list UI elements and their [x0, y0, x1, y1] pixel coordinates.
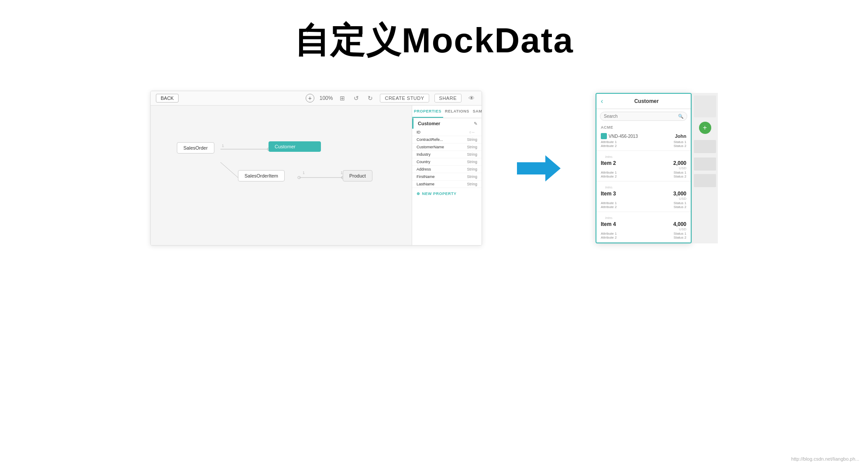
- item-currency: USD: [673, 227, 686, 231]
- item-title: Item 4: [601, 221, 616, 227]
- new-property-label: NEW PROPERTY: [422, 191, 457, 196]
- prop-name: ContractRefe...: [417, 137, 467, 142]
- attr2-label: Attribute 2: [601, 236, 617, 239]
- diagram-area[interactable]: 1 1 1 SalesOrder Customer SalesOrderItem…: [151, 106, 412, 245]
- edit-icon[interactable]: ✎: [474, 121, 477, 126]
- status2: Status 2: [674, 205, 686, 209]
- id-icon: [601, 133, 607, 139]
- attr1-label: Attribute 1: [601, 232, 617, 236]
- prop-name: CustomerName: [417, 145, 467, 149]
- prop-type: String: [467, 160, 477, 164]
- properties-content: Customer ✎ ID ○← ContractRefe... String …: [412, 118, 482, 245]
- redo-icon[interactable]: ↻: [366, 94, 375, 103]
- intro-label: Intro.: [601, 154, 686, 160]
- attr-statuses: Status 1 Status 2: [674, 171, 686, 178]
- tab-samples[interactable]: SAMPLES: [471, 106, 482, 118]
- share-button[interactable]: SHARE: [434, 94, 462, 103]
- item-currency: USD: [673, 166, 686, 170]
- undo-icon[interactable]: ↺: [352, 94, 361, 103]
- intro-label: Intro.: [601, 184, 686, 191]
- item-price: 4,000: [673, 221, 686, 227]
- selected-entity-name: Customer: [418, 121, 440, 126]
- prop-name: FirstName: [417, 174, 467, 179]
- attr1-label: Attribute 1: [601, 171, 617, 174]
- mobile-top-item[interactable]: VND-456-2013 John Attribute 1 Attribute …: [596, 130, 691, 151]
- item-name: John: [675, 133, 686, 139]
- prop-type: String: [467, 182, 477, 186]
- prop-row-id: ID ○←: [412, 129, 482, 136]
- item-attrs: Attribute 1 Attribute 2 Status 1 Status …: [601, 232, 686, 239]
- designer-toolbar: BACK + 100% ⊞ ↺ ↻ CREATE STUDY SHARE 👁: [151, 91, 482, 106]
- plus-icon: ⊕: [417, 191, 420, 196]
- svg-line-1: [220, 162, 238, 178]
- properties-tabs: PROPERTIES RELATIONS SAMPLES: [412, 106, 482, 118]
- mobile-item-2[interactable]: Intro. Item 2 2,000 USD Attribute 1 Attr…: [596, 151, 691, 181]
- properties-panel: PROPERTIES RELATIONS SAMPLES Customer ✎ …: [412, 106, 482, 245]
- new-property-button[interactable]: ⊕ NEW PROPERTY: [412, 188, 482, 199]
- prop-row-address: Address String: [412, 166, 482, 173]
- prop-row-lastname: LastName String: [412, 181, 482, 188]
- tab-properties[interactable]: PROPERTIES: [412, 106, 443, 118]
- mobile-header: ‹ Customer: [596, 94, 691, 109]
- mobile-item-3[interactable]: Intro. Item 3 3,000 USD Attribute 1 Attr…: [596, 181, 691, 212]
- page-title: 自定义MockData: [0, 0, 868, 91]
- entity-customer[interactable]: Customer: [269, 141, 321, 152]
- mobile-panel: ‹ Customer 🔍 ACME VND-456-2013 John: [596, 93, 692, 243]
- prop-name: ID: [417, 130, 469, 134]
- prop-row-customername: CustomerName String: [412, 144, 482, 151]
- entity-label: SalesOrder: [183, 145, 208, 150]
- prop-type: String: [467, 152, 477, 157]
- entity-label: SalesOrderItem: [245, 173, 278, 178]
- entity-sales-order-item[interactable]: SalesOrderItem: [238, 170, 285, 181]
- prop-row-firstname: FirstName String: [412, 173, 482, 181]
- svg-point-4: [298, 176, 300, 179]
- designer-body: 1 1 1 SalesOrder Customer SalesOrderItem…: [151, 106, 482, 245]
- search-icon: 🔍: [678, 114, 683, 119]
- status2: Status 2: [674, 174, 686, 178]
- status2: Status 2: [674, 236, 686, 239]
- mobile-back-button[interactable]: ‹: [601, 97, 603, 105]
- prop-row-industry: Industry String: [412, 151, 482, 158]
- entity-sales-order[interactable]: SalesOrder: [177, 142, 214, 154]
- attr-statuses: Status 1 Status 2: [674, 201, 686, 209]
- eye-icon[interactable]: 👁: [467, 94, 476, 103]
- entity-label: Product: [349, 173, 366, 178]
- item-price: 3,000: [673, 191, 686, 197]
- item-id: VND-456-2013: [601, 133, 638, 139]
- prop-name: Country: [417, 160, 467, 164]
- entity-product[interactable]: Product: [343, 170, 372, 181]
- prop-type: String: [467, 137, 477, 142]
- create-study-button[interactable]: CREATE STUDY: [380, 94, 429, 103]
- tab-relations[interactable]: RELATIONS: [443, 106, 471, 118]
- item-title: Item 3: [601, 191, 616, 197]
- svg-text:1: 1: [303, 171, 305, 175]
- designer-panel: BACK + 100% ⊞ ↺ ↻ CREATE STUDY SHARE 👁: [150, 91, 482, 246]
- prop-row-country: Country String: [412, 158, 482, 166]
- section-label: ACME: [596, 123, 691, 130]
- watermark: http://blog.csdn.net/liangbo.ph...: [791, 456, 859, 462]
- back-button[interactable]: BACK: [156, 94, 179, 103]
- status1: Status 1: [674, 232, 686, 236]
- attr-statuses: Status 1 Status 2: [674, 140, 686, 148]
- action-button[interactable]: +: [699, 122, 711, 134]
- entity-label: Customer: [275, 144, 296, 149]
- prop-name: Industry: [417, 152, 467, 157]
- attr1-label: Attribute 1: [601, 201, 617, 205]
- status1: Status 1: [674, 201, 686, 205]
- item-attrs: Attribute 1 Attribute 2 Status 1 Status …: [601, 201, 686, 209]
- item-id-text: VND-456-2013: [609, 134, 638, 139]
- direction-arrow: [508, 155, 569, 181]
- status1: Status 1: [674, 171, 686, 174]
- zoom-level: 100%: [320, 95, 333, 101]
- prop-type: String: [467, 174, 477, 179]
- mobile-right-sidebar: +: [692, 93, 718, 243]
- layout-icon[interactable]: ⊞: [338, 94, 347, 103]
- prop-name: LastName: [417, 182, 467, 186]
- prop-row-contractref: ContractRefe... String: [412, 136, 482, 144]
- mobile-item-4[interactable]: Intro. Item 4 4,000 USD Attribute 1 Attr…: [596, 212, 691, 243]
- svg-text:1: 1: [222, 144, 224, 148]
- prop-type: String: [467, 167, 477, 171]
- add-icon[interactable]: +: [306, 94, 314, 103]
- search-input[interactable]: [604, 114, 678, 119]
- mobile-search-bar[interactable]: 🔍: [600, 112, 687, 121]
